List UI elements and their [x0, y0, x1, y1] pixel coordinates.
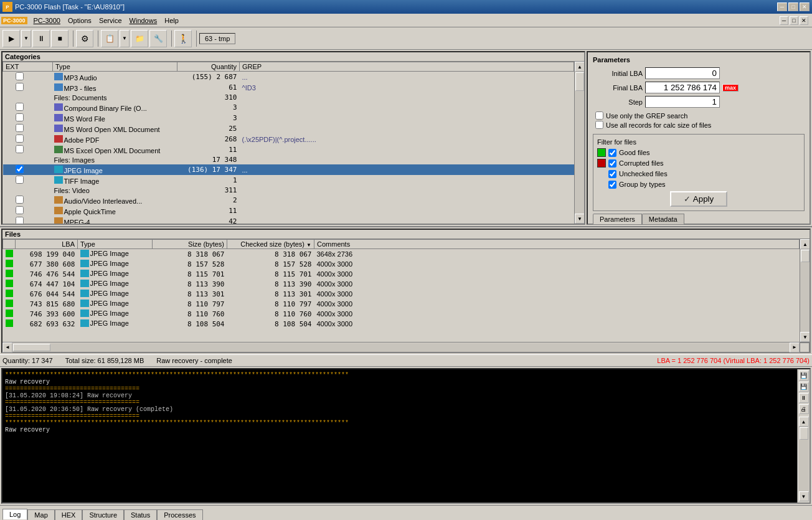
log-ctrl-4[interactable]: 🖨 [799, 404, 809, 414]
maximize-button[interactable]: □ [788, 2, 798, 11]
sub-close-button[interactable]: ✕ [800, 16, 808, 25]
stop-button[interactable]: ■ [51, 30, 68, 47]
tab-hex[interactable]: HEX [55, 509, 83, 520]
category-row[interactable]: Files: Documents 310 [3, 93, 574, 102]
filter-title: Filter for files [597, 138, 800, 146]
category-row[interactable]: MS Word File 3 [3, 113, 574, 123]
cat-grep-cell [240, 123, 574, 134]
good-files-checkbox[interactable] [608, 149, 616, 157]
log-scroll-up[interactable]: ▲ [799, 417, 809, 427]
final-lba-input[interactable] [645, 82, 720, 93]
category-row[interactable]: Files: Video 311 [3, 186, 574, 195]
settings-button[interactable]: ⚙ [76, 30, 93, 47]
apply-button[interactable]: ✓ Apply [670, 191, 727, 207]
col-type[interactable]: Type [53, 62, 177, 72]
cat-grep-cell [240, 144, 574, 155]
tab-map[interactable]: Map [27, 509, 54, 520]
dropdown2-button[interactable]: ▼ [120, 30, 130, 47]
group-by-types-label: Group by types [619, 181, 666, 188]
menu-item-service[interactable]: Service [95, 16, 126, 26]
file-row[interactable]: 674 447 104 JPEG Image 8 113 390 8 113 3… [3, 279, 800, 289]
menu-item-options[interactable]: Options [64, 16, 95, 26]
cat-qty-cell: 61 [177, 82, 240, 93]
initial-lba-input[interactable] [645, 67, 720, 79]
files-scroll-up[interactable]: ▲ [800, 239, 810, 249]
menu-item-help[interactable]: Help [161, 16, 182, 26]
files-col-type[interactable]: Type [78, 240, 153, 249]
log-ctrl-1[interactable]: 💾 [799, 371, 809, 381]
file-row[interactable]: 746 393 600 JPEG Image 8 110 760 8 110 7… [3, 309, 800, 319]
play-button[interactable]: ▶ [2, 30, 20, 47]
cat-scroll-up[interactable]: ▲ [575, 62, 584, 72]
category-row[interactable]: MS Excel Open XML Document 11 [3, 144, 574, 155]
step-input[interactable] [645, 96, 720, 108]
cat-qty-cell: 11 [177, 206, 240, 216]
category-row[interactable]: JPEG Image (136) 17 347 ... [3, 164, 574, 175]
file-row[interactable]: 682 693 632 JPEG Image 8 108 504 8 108 5… [3, 319, 800, 329]
pause-button[interactable]: ⏸ [32, 30, 50, 47]
tool2-button[interactable]: 📁 [131, 30, 148, 47]
cat-type-cell: MP3 Audio [53, 72, 177, 83]
corrupted-files-checkbox[interactable] [608, 159, 616, 168]
file-status-cell [3, 249, 16, 260]
tab-structure[interactable]: Structure [82, 509, 124, 520]
sub-minimize-button[interactable]: ─ [780, 16, 788, 25]
col-ext[interactable]: EXT [3, 62, 53, 72]
category-row[interactable]: MP3 - files 61 ^ID3 [3, 82, 574, 93]
tab-parameters[interactable]: Parameters [593, 214, 642, 224]
category-row[interactable]: MP3 Audio (155) 2 687 ... [3, 72, 574, 83]
file-row[interactable]: 743 815 680 JPEG Image 8 110 797 8 110 7… [3, 299, 800, 309]
max-button[interactable]: max [722, 84, 739, 92]
tool3-button[interactable]: 🔧 [149, 30, 167, 47]
log-ctrl-3[interactable]: ⏸ [799, 393, 809, 403]
cat-grep-cell [240, 175, 574, 186]
file-row[interactable]: 746 476 544 JPEG Image 8 115 701 8 115 7… [3, 269, 800, 279]
parameters-title: Parameters [593, 56, 805, 64]
files-hscroll-right[interactable]: ► [790, 343, 800, 352]
menu-item-windows[interactable]: Windows [126, 16, 161, 26]
file-row[interactable]: 677 380 608 JPEG Image 8 157 528 8 157 5… [3, 259, 800, 269]
files-hscroll-left[interactable]: ◄ [2, 343, 12, 352]
copy-button[interactable]: 📋 [101, 30, 118, 47]
files-scroll-down[interactable]: ▼ [800, 332, 810, 342]
parameters-panel: Parameters Initial LBA Final LBA max Ste… [587, 51, 811, 225]
files-col-status[interactable] [3, 240, 16, 249]
unchecked-files-checkbox[interactable] [608, 170, 616, 178]
category-row[interactable]: MS Word Open XML Document 25 [3, 123, 574, 134]
files-col-lba[interactable]: LBA [16, 240, 78, 249]
files-col-checked[interactable]: Checked size (bytes) ▼ [227, 240, 314, 249]
category-row[interactable]: Apple QuickTime 11 [3, 206, 574, 216]
cat-qty-cell: 3 [177, 102, 240, 113]
menu-item-pc3000[interactable]: PC-3000 [30, 16, 64, 26]
tab-status[interactable]: Status [124, 509, 157, 520]
person-button[interactable]: 🚶 [174, 30, 192, 47]
category-row[interactable]: Compound Binary File (O... 3 [3, 102, 574, 113]
close-button[interactable]: ✕ [800, 2, 810, 11]
files-col-size[interactable]: Size (bytes) [153, 240, 227, 249]
calc-checkbox[interactable] [595, 121, 603, 129]
category-row[interactable]: TIFF Image 1 [3, 175, 574, 186]
cat-scroll-down[interactable]: ▼ [575, 214, 584, 224]
category-row[interactable]: Files: Images 17 348 [3, 155, 574, 164]
col-grep[interactable]: GREP [240, 62, 574, 72]
group-by-types-checkbox[interactable] [608, 181, 616, 189]
tab-processes[interactable]: Processes [157, 509, 202, 520]
file-row[interactable]: 676 044 544 JPEG Image 8 113 301 8 113 3… [3, 289, 800, 299]
file-status-cell [3, 319, 16, 329]
category-row[interactable]: Audio/Video Interleaved... 2 [3, 195, 574, 206]
tab-log[interactable]: Log [2, 509, 27, 520]
category-row[interactable]: Adobe PDF 268 (.\x25PDF)|(^.project.....… [3, 134, 574, 144]
dropdown-button[interactable]: ▼ [21, 30, 31, 47]
minimize-button[interactable]: ─ [777, 2, 787, 11]
files-col-comments[interactable]: Comments [314, 240, 800, 249]
col-quantity[interactable]: Quantity [177, 62, 240, 72]
file-checked-cell: 8 110 797 [227, 299, 314, 309]
grep-checkbox[interactable] [595, 111, 603, 120]
log-scroll-down[interactable]: ▼ [799, 491, 809, 501]
category-row[interactable]: MPEG-4 42 [3, 216, 574, 224]
log-ctrl-2[interactable]: 💾 [799, 382, 809, 392]
file-row[interactable]: 698 199 040 JPEG Image 8 318 067 8 318 0… [3, 249, 800, 260]
tab-metadata[interactable]: Metadata [642, 214, 684, 224]
sub-restore-button[interactable]: □ [790, 16, 798, 25]
cat-type-cell: Files: Images [53, 155, 177, 164]
